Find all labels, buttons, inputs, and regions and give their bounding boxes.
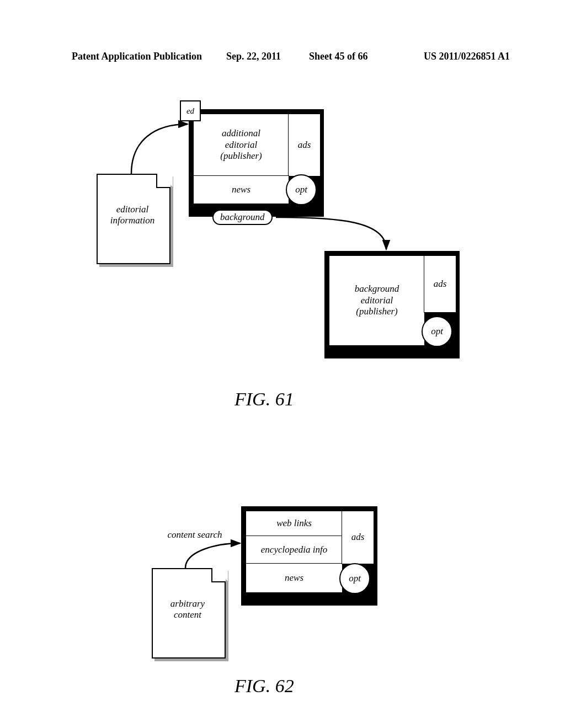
fig62-caption: FIG. 62 <box>234 676 294 697</box>
fig62-arrows <box>0 0 565 728</box>
